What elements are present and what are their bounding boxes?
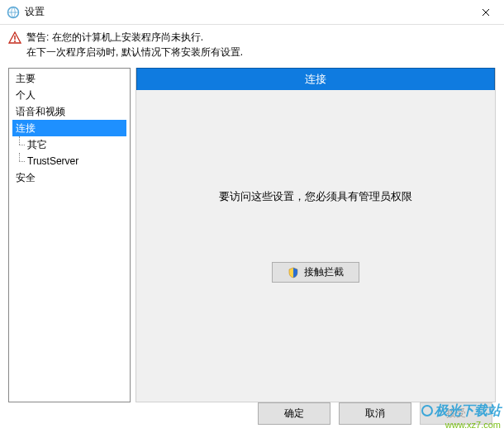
tree-item-6[interactable]: 安全 [12, 169, 126, 186]
title-bar: 设置 [0, 0, 504, 25]
app-icon [7, 6, 20, 19]
svg-point-2 [14, 40, 16, 42]
warning-line-1: 警告: 在您的计算机上安装程序尚未执行. [26, 30, 243, 45]
ok-button[interactable]: 确定 [258, 402, 330, 425]
tree-item-0[interactable]: 主要 [12, 70, 126, 87]
warning-banner: 警告: 在您的计算机上安装程序尚未执行. 在下一次程序启动时, 默认情况下将安装… [0, 25, 504, 68]
warning-line-2: 在下一次程序启动时, 默认情况下将安装所有设置. [26, 45, 243, 59]
panel-header: 连接 [136, 68, 495, 90]
settings-panel: 连接 要访问这些设置，您必须具有管理员权限 接触拦截 [136, 68, 496, 402]
tree-item-3[interactable]: 连接 [12, 120, 126, 136]
apply-button[interactable]: 接受 [420, 402, 492, 425]
tree-item-4[interactable]: 其它 [12, 136, 126, 153]
unblock-button[interactable]: 接触拦截 [272, 262, 359, 283]
close-button[interactable] [467, 0, 504, 25]
unblock-button-label: 接触拦截 [304, 265, 344, 279]
window-title: 设置 [25, 5, 467, 19]
admin-required-message: 要访问这些设置，您必须具有管理员权限 [219, 189, 412, 204]
tree-item-2[interactable]: 语音和视频 [12, 103, 126, 120]
tree-item-1[interactable]: 个人 [12, 87, 126, 103]
dialog-buttons: 确定 取消 接受 [258, 402, 492, 425]
shield-icon [288, 267, 299, 278]
cancel-button[interactable]: 取消 [339, 402, 411, 425]
content-area: 主要个人语音和视频连接其它TrustServer安全 连接 要访问这些设置，您必… [0, 68, 504, 402]
warning-icon [8, 31, 21, 47]
nav-tree: 主要个人语音和视频连接其它TrustServer安全 [8, 68, 131, 402]
tree-item-5[interactable]: TrustServer [12, 153, 126, 169]
